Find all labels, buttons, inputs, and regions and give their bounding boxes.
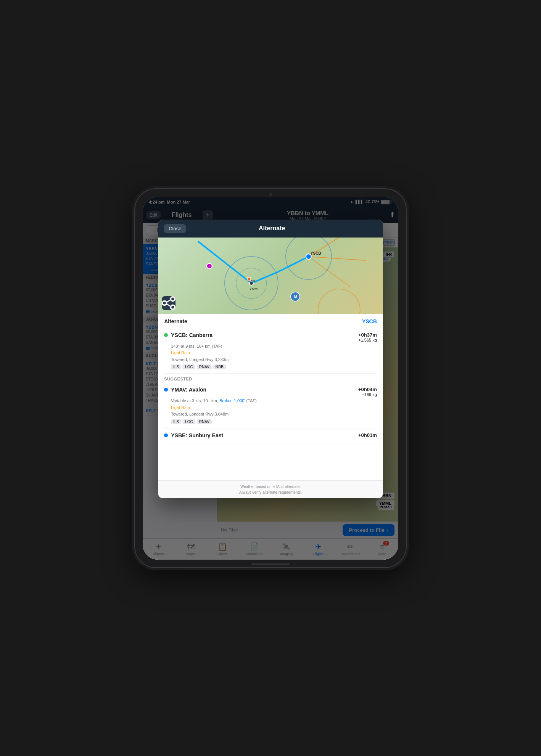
svg-point-24 bbox=[171, 305, 175, 309]
ysbe-time-fuel: +0h01m bbox=[358, 432, 377, 438]
ysbe-name-left: YSBE: Sunbury East bbox=[164, 432, 223, 438]
disclaimer-line1: Weather based on ETA at alternate. bbox=[240, 485, 301, 489]
ymav-info: Variable at 3 kts, 10+ km, Broken 1,000'… bbox=[171, 398, 377, 418]
routes-icon bbox=[162, 296, 176, 310]
disclaimer-line2: Always verify alternate requirements. bbox=[239, 490, 302, 494]
svg-line-9 bbox=[309, 257, 366, 260]
ymav-name-left: YMAV: Avalon bbox=[164, 387, 206, 393]
yscb-weather: Light Rain bbox=[171, 350, 190, 355]
ymav-broken: Broken 1,000' bbox=[219, 398, 245, 403]
svg-rect-19 bbox=[248, 278, 251, 281]
device-screen: 4:24 pm Mon 27 Mar ▲ ▌▌▌ 4G 73% ▓▓▓░ Edi… bbox=[143, 197, 398, 560]
svg-text:YMML: YMML bbox=[250, 287, 259, 291]
svg-line-10 bbox=[309, 257, 351, 287]
svg-point-11 bbox=[318, 289, 360, 314]
tag-rnav: RNAV bbox=[197, 364, 212, 369]
ymav-time-fuel: +0h04m +169 kg bbox=[358, 387, 377, 397]
yscb-status-dot bbox=[164, 333, 168, 337]
airport-card-ysbe: YSBE: Sunbury East +0h01m bbox=[164, 429, 377, 443]
ymav-weather: Light Rain bbox=[171, 405, 190, 410]
alternate-section-label: Alternate bbox=[164, 318, 187, 324]
close-button[interactable]: Close bbox=[164, 224, 186, 233]
ysbe-name-row: YSBE: Sunbury East +0h01m bbox=[164, 432, 377, 438]
modal-content: Alternate YSCB YSCB: Canberra bbox=[158, 314, 383, 480]
yscb-name: YSCB: Canberra bbox=[171, 332, 213, 338]
svg-text:YSCB: YSCB bbox=[311, 251, 321, 255]
device: 4:24 pm Mon 27 Mar ▲ ▌▌▌ 4G 73% ▓▓▓░ Edi… bbox=[135, 189, 406, 567]
yscb-info: 340° at 9 kts, 10+ km (TAF) Light Rain T… bbox=[171, 343, 377, 363]
weather-disclaimer: Weather based on ETA at alternate. Alway… bbox=[158, 480, 383, 498]
yscb-name-row: YSCB: Canberra +0h37m +1,565 kg bbox=[164, 332, 377, 342]
tag-ndb: NDB bbox=[213, 364, 226, 369]
routes-icon-btn[interactable] bbox=[162, 296, 176, 310]
alternate-modal: Close Alternate bbox=[158, 220, 383, 498]
modal-header: Close Alternate bbox=[158, 220, 383, 238]
svg-point-23 bbox=[171, 297, 175, 301]
svg-text:M: M bbox=[294, 295, 297, 299]
ymav-name-row: YMAV: Avalon +0h04m +169 kg bbox=[164, 387, 377, 397]
ymav-time: +0h04m bbox=[358, 387, 377, 392]
ysbe-name: YSBE: Sunbury East bbox=[171, 432, 223, 438]
ymav-tag-rnav: RNAV bbox=[197, 419, 212, 424]
yscb-time: +0h37m bbox=[358, 332, 377, 338]
ymav-tags: ILS LOC RNAV bbox=[171, 419, 377, 424]
home-indicator[interactable] bbox=[251, 563, 290, 565]
ymav-name: YMAV: Avalon bbox=[171, 387, 206, 393]
ymav-tag-loc: LOC bbox=[183, 419, 195, 424]
camera bbox=[269, 193, 272, 196]
app-container: Edit Flights + 🔍 MARCH 2023 YBBN to Y bbox=[143, 207, 398, 560]
alternate-header-row: Alternate YSCB bbox=[164, 318, 377, 324]
svg-point-22 bbox=[163, 301, 167, 305]
ysbe-time: +0h01m bbox=[358, 432, 377, 438]
yscb-fuel: +1,565 kg bbox=[358, 338, 377, 342]
modal-map: YSCB YMML YMAL M bbox=[158, 238, 383, 314]
yscb-time-fuel: +0h37m +1,565 kg bbox=[358, 332, 377, 342]
yscb-name-left: YSCB: Canberra bbox=[164, 332, 213, 338]
modal-title: Alternate bbox=[186, 225, 357, 232]
modal-overlay: Close Alternate bbox=[143, 197, 398, 560]
svg-line-26 bbox=[167, 303, 171, 306]
tag-loc: LOC bbox=[183, 364, 195, 369]
modal-map-svg: YSCB YMML YMAL M bbox=[158, 238, 383, 314]
ymav-tag-ils: ILS bbox=[171, 419, 181, 424]
airport-card-yscb: YSCB: Canberra +0h37m +1,565 kg 340° at … bbox=[164, 328, 377, 374]
ysbe-status-dot bbox=[164, 433, 168, 437]
airport-card-ymav: YMAV: Avalon +0h04m +169 kg Variable at … bbox=[164, 383, 377, 429]
ymav-fuel: +169 kg bbox=[358, 392, 377, 397]
svg-line-12 bbox=[198, 241, 251, 283]
tag-ils: ILS bbox=[171, 364, 181, 369]
suggested-label: SUGGESTED bbox=[164, 377, 377, 381]
svg-line-25 bbox=[167, 300, 171, 302]
yscb-link[interactable]: YSCB bbox=[362, 318, 377, 324]
svg-point-18 bbox=[207, 263, 212, 269]
ymav-status-dot bbox=[164, 388, 168, 392]
yscb-tags: ILS LOC RNAV NDB bbox=[171, 364, 377, 369]
